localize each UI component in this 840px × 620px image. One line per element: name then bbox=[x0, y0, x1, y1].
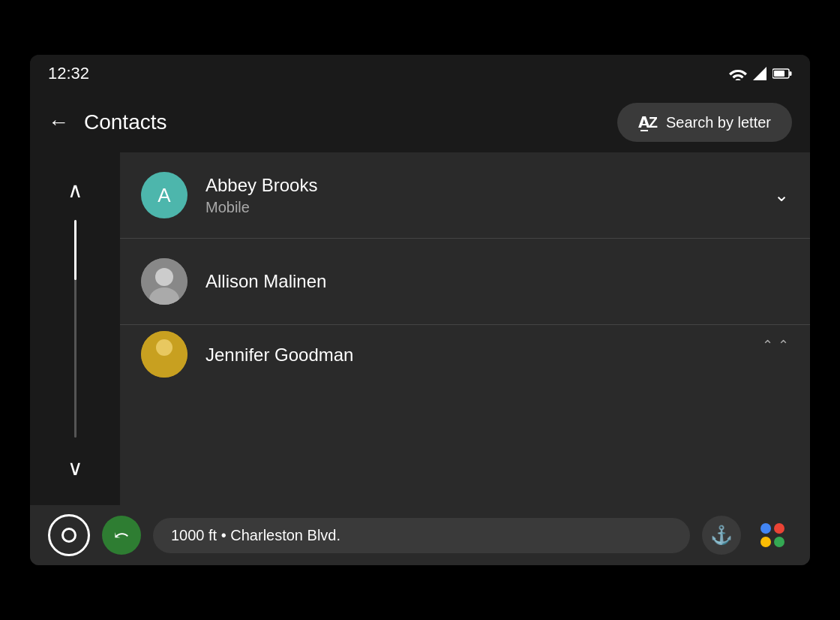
google-dot-red bbox=[774, 523, 784, 534]
wifi-icon bbox=[729, 67, 747, 80]
status-bar: 12:32 bbox=[30, 55, 810, 92]
contact-item[interactable]: Allison Malinen bbox=[120, 239, 810, 325]
signal-icon bbox=[753, 67, 766, 80]
route-text: 1000 ft • Charleston Blvd. bbox=[171, 527, 340, 544]
back-button[interactable]: ← Contacts bbox=[48, 110, 167, 134]
svg-point-5 bbox=[155, 268, 173, 286]
turn-arrow-icon: ⤺ bbox=[114, 525, 129, 546]
bell-icon: ⚓ bbox=[710, 525, 733, 546]
home-button[interactable] bbox=[48, 514, 90, 556]
chevron-down-icon: ⌄ bbox=[774, 185, 789, 206]
svg-rect-2 bbox=[774, 71, 784, 77]
contact-info: Jennifer Goodman bbox=[206, 345, 789, 366]
device-frame: 12:32 ← Contacts A̲Z Search bbox=[30, 55, 810, 565]
contact-name: Abbey Brooks bbox=[206, 175, 789, 196]
scroll-controls: ∧ ∨ bbox=[30, 152, 120, 505]
contact-item[interactable]: Jennifer Goodman ⌃ ⌃ bbox=[120, 325, 810, 385]
contact-name: Allison Malinen bbox=[206, 271, 789, 292]
svg-rect-3 bbox=[790, 71, 792, 76]
contact-detail: Mobile bbox=[206, 199, 789, 216]
google-dot-yellow bbox=[760, 537, 771, 547]
route-info: 1000 ft • Charleston Blvd. bbox=[153, 518, 690, 553]
contact-photo bbox=[141, 331, 188, 378]
status-time: 12:32 bbox=[48, 64, 89, 83]
search-by-letter-label: Search by letter bbox=[666, 114, 771, 131]
scroll-up-button[interactable]: ∧ bbox=[52, 167, 98, 212]
contact-info: Abbey Brooks Mobile bbox=[206, 175, 789, 216]
scroll-indicator: ⌃ ⌃ bbox=[762, 337, 789, 354]
main-content: ∧ ∨ A Abbey Brooks Mobile ⌄ bbox=[30, 152, 810, 505]
navigation-button[interactable]: ⤺ bbox=[102, 516, 141, 555]
contact-item[interactable]: A Abbey Brooks Mobile ⌄ bbox=[120, 152, 810, 239]
search-by-letter-button[interactable]: A̲Z Search by letter bbox=[617, 103, 792, 142]
google-dots-icon bbox=[760, 523, 784, 547]
contacts-list: A Abbey Brooks Mobile ⌄ bbox=[120, 152, 810, 505]
svg-point-8 bbox=[156, 339, 172, 356]
scroll-thumb bbox=[74, 220, 76, 280]
az-icon: A̲Z bbox=[638, 113, 657, 131]
svg-marker-0 bbox=[753, 67, 766, 80]
contact-photo bbox=[141, 258, 188, 305]
google-dot-green bbox=[774, 537, 784, 547]
google-assistant-button[interactable] bbox=[753, 516, 792, 555]
home-icon bbox=[62, 528, 76, 543]
page-title: Contacts bbox=[84, 110, 167, 134]
avatar bbox=[141, 258, 188, 305]
notification-button[interactable]: ⚓ bbox=[702, 516, 741, 555]
battery-icon bbox=[772, 68, 792, 79]
contact-name: Jennifer Goodman bbox=[206, 345, 789, 366]
scroll-track bbox=[74, 220, 76, 438]
contact-info: Allison Malinen bbox=[206, 271, 789, 292]
back-arrow-icon: ← bbox=[48, 110, 69, 134]
google-dot-blue bbox=[760, 523, 771, 534]
status-icons bbox=[729, 67, 792, 80]
avatar bbox=[141, 331, 188, 378]
avatar: A bbox=[141, 172, 188, 218]
bottom-nav: ⤺ 1000 ft • Charleston Blvd. ⚓ bbox=[30, 505, 810, 565]
scroll-down-button[interactable]: ∨ bbox=[52, 445, 98, 490]
header: ← Contacts A̲Z Search by letter bbox=[30, 92, 810, 152]
